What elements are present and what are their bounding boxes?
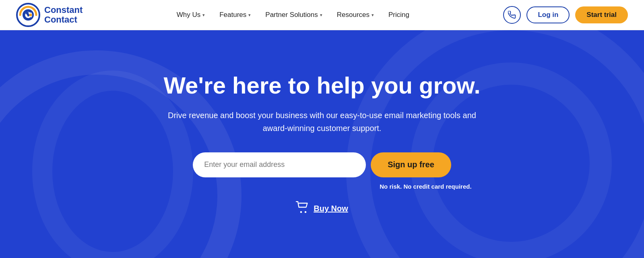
logo[interactable]: Constant Contact	[16, 3, 83, 27]
chevron-down-icon: ▾	[248, 12, 251, 18]
phone-icon	[508, 11, 516, 19]
nav-item-why-us[interactable]: Why Us ▾	[177, 11, 205, 19]
svg-point-2	[29, 14, 32, 17]
svg-point-3	[300, 211, 302, 213]
navbar: Constant Contact Why Us ▾ Features ▾ Par…	[0, 0, 644, 30]
signup-button[interactable]: Sign up free	[371, 152, 451, 177]
signup-row: Sign up free	[163, 152, 480, 177]
svg-point-4	[305, 211, 307, 213]
buy-now-row: Buy Now	[163, 201, 480, 216]
logo-icon	[16, 3, 40, 27]
cart-icon	[296, 201, 310, 216]
chevron-down-icon: ▾	[320, 12, 322, 18]
phone-button[interactable]	[503, 6, 521, 24]
nav-links: Why Us ▾ Features ▾ Partner Solutions ▾ …	[177, 11, 409, 19]
start-trial-button[interactable]: Start trial	[575, 6, 628, 23]
hero-subtitle: Drive revenue and boost your business wi…	[165, 109, 479, 135]
nav-actions: Log in Start trial	[503, 6, 628, 24]
nav-item-pricing[interactable]: Pricing	[388, 11, 409, 19]
hero-content: We're here to help you grow. Drive reven…	[155, 72, 488, 216]
hero-title: We're here to help you grow.	[163, 72, 480, 99]
login-button[interactable]: Log in	[526, 6, 570, 23]
logo-text: Constant Contact	[44, 5, 83, 25]
hero-section: We're here to help you grow. Drive reven…	[0, 30, 644, 258]
chevron-down-icon: ▾	[372, 12, 374, 18]
chevron-down-icon: ▾	[202, 12, 205, 18]
email-input[interactable]	[193, 152, 366, 177]
nav-item-resources[interactable]: Resources ▾	[337, 11, 374, 19]
buy-now-link[interactable]: Buy Now	[314, 204, 348, 213]
nav-item-features[interactable]: Features ▾	[219, 11, 251, 19]
no-risk-text: No risk. No credit card required.	[163, 183, 477, 190]
nav-item-partner-solutions[interactable]: Partner Solutions ▾	[265, 11, 322, 19]
